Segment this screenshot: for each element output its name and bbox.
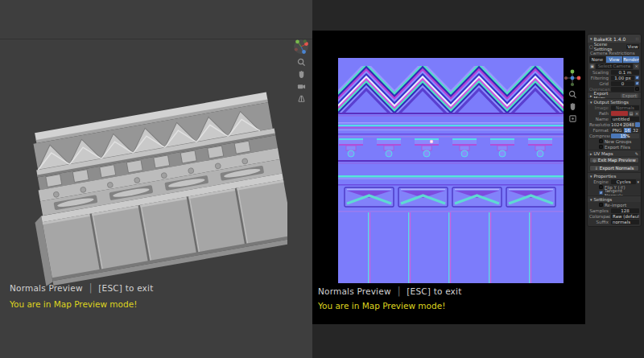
engine-dropdown[interactable]: Cycles — [611, 179, 636, 184]
collapse-icon: ▾ — [590, 100, 592, 105]
esc-hint: [ESC] to exit — [98, 283, 153, 293]
dropdown-icon: ▾ — [637, 179, 639, 184]
reimport-checkbox[interactable] — [599, 203, 603, 207]
map-preview-warning: You are in Map Preview mode! — [318, 301, 445, 311]
filtering-checkbox[interactable]: ✓ — [635, 76, 639, 80]
compression-slider[interactable]: 15% — [611, 134, 639, 138]
exit-map-preview-button[interactable]: ◎ Exit Map Preview — [589, 157, 639, 163]
flip-y-checkbox[interactable] — [599, 185, 603, 189]
resolution-label: Resolution — [589, 122, 610, 127]
camera-icon[interactable]: ▣ — [589, 64, 595, 69]
normal-map-texture — [338, 58, 564, 283]
reimport-label: Re-import — [605, 203, 626, 208]
trim-sheet-3d-model — [18, 87, 287, 296]
export-files-checkbox[interactable] — [599, 145, 603, 149]
scaling-field[interactable]: 0.1 m — [611, 70, 639, 75]
path-field[interactable] — [611, 111, 628, 116]
bit-depth-32-button[interactable]: 32 — [632, 128, 639, 133]
view-button[interactable]: View — [626, 44, 639, 49]
edit-icon[interactable]: ✎ — [635, 151, 638, 156]
render-viewport[interactable]: Normals Preview │ [ESC] to exit You are … — [312, 31, 585, 324]
camera-restrictions-label: Camera Restrictions — [588, 50, 641, 56]
overscan-checkbox[interactable] — [635, 87, 639, 91]
bit-depth-16-button[interactable]: 16 — [624, 128, 631, 133]
resolution-segmented-control: 1024 2048 — [611, 122, 634, 127]
format-dropdown[interactable]: PNG — [611, 128, 623, 133]
zoom-icon[interactable] — [568, 90, 577, 99]
resolution-1024-button[interactable]: 1024 — [611, 122, 622, 127]
zoom-icon[interactable] — [297, 58, 306, 67]
grid-label: Grid — [589, 81, 610, 86]
format-label: Format — [589, 128, 610, 133]
suffix-field[interactable]: normals — [611, 220, 639, 224]
section-export-maps[interactable]: ▸ Export Maps Export — [588, 92, 641, 98]
restriction-option-view[interactable]: View — [606, 56, 622, 63]
scaling-label: Scaling — [589, 70, 610, 75]
app-window: Normals Preview │ [ESC] to exit You are … — [0, 0, 644, 358]
viewport-gizmo-column — [564, 69, 581, 123]
exit-map-preview-label: Exit Map Preview — [598, 157, 636, 163]
output-settings-label: Output Settings — [594, 100, 629, 105]
eye-icon: ◎ — [592, 157, 596, 163]
export-chip-button[interactable]: Export — [621, 93, 638, 98]
collapse-icon[interactable]: ▾ — [590, 36, 592, 41]
compression-label: Compression — [589, 134, 610, 138]
download-icon: ⇓ — [595, 165, 598, 171]
export-files-label: Export Files — [605, 145, 630, 150]
uv-maps-label: UV Maps — [594, 151, 613, 156]
camera-selector-field[interactable]: Select Camera — [596, 64, 633, 69]
resolution-link-icon[interactable] — [635, 122, 640, 127]
settings-label: Settings — [594, 197, 613, 202]
path-label: Path — [589, 111, 610, 116]
export-normals-label: Export Normals — [600, 165, 634, 171]
status-divider: │ — [396, 286, 402, 296]
export-normals-button[interactable]: ⇓ Export Normals — [589, 165, 639, 171]
panel-title: BakeKit 1.4.0 — [594, 36, 626, 42]
section-uv-maps[interactable]: ▸ UV Maps ✎ — [588, 150, 641, 156]
new-groups-checkbox[interactable] — [599, 139, 603, 143]
image-pin-icon[interactable] — [568, 114, 577, 123]
perspective-toggle-icon[interactable] — [297, 94, 306, 103]
new-groups-label: New Groups — [605, 139, 631, 144]
resolution-2048-button[interactable]: 2048 — [623, 122, 634, 127]
viewport-3d[interactable]: Normals Preview │ [ESC] to exit You are … — [0, 0, 312, 358]
samples-label: Samples — [589, 208, 610, 213]
tangent-normals-checkbox[interactable]: ✓ — [599, 191, 603, 195]
restriction-option-render[interactable]: Render — [623, 56, 639, 63]
restriction-option-none[interactable]: None — [589, 56, 605, 63]
section-properties[interactable]: ▾ Properties — [588, 172, 641, 179]
grid-checkbox[interactable]: ✓ — [635, 81, 639, 85]
status-label: Normals Preview — [10, 283, 83, 293]
drag-handle-icon[interactable]: ∷ — [636, 36, 638, 41]
properties-label: Properties — [594, 174, 617, 179]
folder-icon[interactable]: ▤ — [629, 111, 634, 116]
pan-hand-icon[interactable] — [297, 70, 306, 79]
axis-navigation-gizmo[interactable] — [293, 39, 309, 55]
camera-view-icon[interactable] — [297, 82, 306, 91]
axis-navigation-gizmo[interactable] — [564, 69, 581, 87]
collapse-icon: ▾ — [590, 197, 592, 202]
image-label: Image — [589, 105, 610, 110]
engine-label: Engine — [589, 179, 610, 184]
viewport-top-border — [0, 39, 312, 39]
esc-hint: [ESC] to exit — [407, 286, 461, 296]
viewport-gizmo-column — [293, 39, 309, 103]
colorspace-label: Colorspace — [589, 214, 610, 219]
suffix-label: Suffix — [589, 220, 610, 224]
filtering-field[interactable]: 1.00 px — [611, 76, 634, 80]
clear-path-icon[interactable]: × — [634, 111, 639, 116]
samples-field[interactable]: 128 — [611, 208, 639, 213]
pan-hand-icon[interactable] — [568, 102, 577, 111]
collapse-icon: ▾ — [590, 174, 592, 179]
section-settings[interactable]: ▾ Settings — [588, 195, 641, 202]
name-field[interactable]: untitled — [611, 117, 639, 121]
filtering-label: Filtering — [589, 76, 610, 80]
status-label: Normals Preview — [318, 286, 391, 296]
bake-addon-panel: ▾ BakeKit 1.4.0 ∷ ▢ Scene Settings View … — [587, 34, 642, 227]
map-preview-warning: You are in Map Preview mode! — [10, 299, 137, 309]
grid-field[interactable]: 0 — [611, 81, 634, 86]
section-output-settings[interactable]: ▾ Output Settings — [588, 98, 641, 105]
colorspace-dropdown[interactable]: Raw (default) — [611, 214, 639, 219]
clear-camera-icon[interactable]: × — [634, 64, 639, 69]
image-field[interactable]: Normals — [611, 105, 639, 110]
